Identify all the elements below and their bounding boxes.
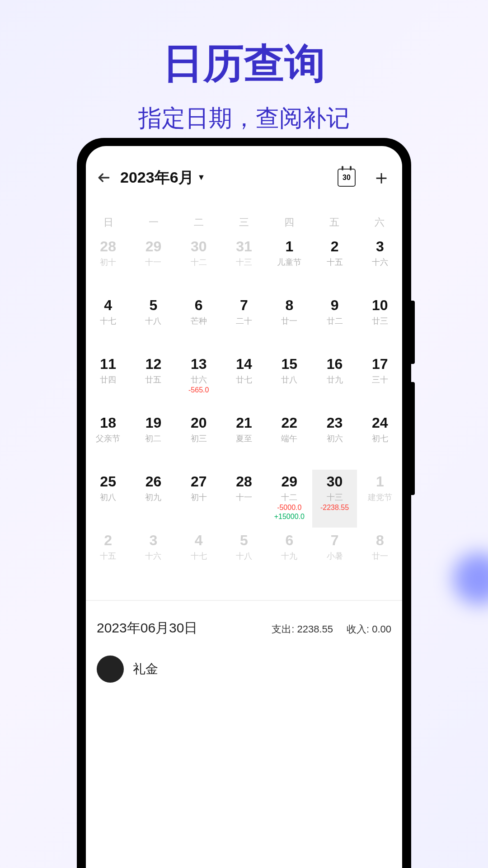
calendar-cell[interactable]: 5十八	[222, 528, 266, 586]
weekday-tue: 二	[176, 216, 221, 229]
chevron-down-icon: ▼	[197, 173, 206, 182]
phone-mockup-frame: 2023年6月 ▼ 30 ＋ 日 一 二 三 四 五 六 28初十29十一30十…	[77, 138, 411, 868]
calendar-cell[interactable]: 17三十	[358, 352, 402, 410]
calendar-cell[interactable]: 19初二	[131, 411, 175, 469]
calendar-cell[interactable]: 28初十	[86, 235, 130, 292]
calendar-lunar-label: 端午	[281, 433, 297, 444]
calendar-cell[interactable]: 13廿六-565.0	[177, 352, 221, 410]
calendar-cell[interactable]: 4十七	[86, 293, 130, 351]
phone-side-button-top	[411, 301, 415, 364]
calendar-day-number: 8	[376, 532, 384, 549]
calendar-cell[interactable]: 9廿二	[312, 293, 357, 351]
calendar-lunar-label: 十九	[281, 551, 297, 561]
calendar-cell[interactable]: 3十六	[131, 528, 175, 586]
calendar-day-number: 14	[236, 356, 252, 373]
calendar-cell[interactable]: 25初八	[86, 470, 130, 528]
calendar-lunar-label: 廿五	[145, 374, 161, 385]
calendar-cell[interactable]: 10廿三	[358, 293, 402, 351]
summary-date: 2023年06月30日	[97, 619, 258, 637]
today-date-badge: 30	[343, 174, 351, 182]
promo-title: 日历查询	[0, 36, 488, 91]
calendar-cell[interactable]: 23初六	[312, 411, 357, 469]
calendar-day-number: 3	[150, 532, 158, 549]
calendar-cell[interactable]: 12廿五	[131, 352, 175, 410]
weekday-header: 日 一 二 三 四 五 六	[86, 200, 402, 235]
calendar-cell[interactable]: 2十五	[86, 528, 130, 586]
calendar-cell[interactable]: 4十七	[177, 528, 221, 586]
calendar-day-number: 13	[191, 356, 207, 373]
phone-side-button-bottom	[411, 382, 415, 495]
calendar-day-number: 5	[240, 532, 248, 549]
calendar-cell[interactable]: 16廿九	[312, 352, 357, 410]
calendar-lunar-label: 初二	[145, 433, 161, 444]
calendar-day-number: 6	[285, 532, 293, 549]
calendar-cell[interactable]: 6十九	[267, 528, 311, 586]
calendar-lunar-label: 二十	[236, 316, 252, 326]
calendar-day-number: 15	[281, 356, 297, 373]
calendar-lunar-label: 父亲节	[96, 433, 120, 444]
calendar-lunar-label: 十二	[191, 257, 207, 268]
calendar-lunar-label: 十五	[327, 257, 343, 268]
calendar-lunar-label: 芒种	[191, 316, 207, 326]
calendar-lunar-label: 十八	[236, 551, 252, 561]
calendar-day-number: 1	[285, 238, 293, 255]
calendar-lunar-label: 十六	[145, 551, 161, 561]
calendar-cell[interactable]: 26初九	[131, 470, 175, 528]
calendar-cell[interactable]: 7小暑	[312, 528, 357, 586]
calendar-cell[interactable]: 21夏至	[222, 411, 266, 469]
calendar-day-number: 25	[100, 473, 116, 490]
calendar-cell[interactable]: 30十二	[177, 235, 221, 292]
calendar-cell[interactable]: 27初十	[177, 470, 221, 528]
calendar-day-number: 23	[327, 415, 343, 431]
today-button[interactable]: 30	[338, 169, 356, 187]
calendar-cell[interactable]: 7二十	[222, 293, 266, 351]
back-button[interactable]	[97, 170, 111, 185]
add-button[interactable]: ＋	[371, 164, 391, 191]
calendar-lunar-label: 廿七	[236, 374, 252, 385]
calendar-cell[interactable]: 5十八	[131, 293, 175, 351]
calendar-cell[interactable]: 8廿一	[358, 528, 402, 586]
decorative-gradient-blob	[452, 552, 488, 606]
calendar-cell[interactable]: 24初七	[358, 411, 402, 469]
transaction-entry[interactable]: 礼金	[86, 646, 402, 692]
calendar-day-number: 3	[376, 238, 384, 255]
calendar-day-number: 7	[240, 297, 248, 314]
calendar-day-number: 24	[372, 415, 388, 431]
calendar-cell[interactable]: 30十三-2238.55	[312, 470, 357, 528]
calendar-cell[interactable]: 11廿四	[86, 352, 130, 410]
calendar-lunar-label: 十二	[281, 492, 297, 503]
calendar-cell[interactable]: 6芒种	[177, 293, 221, 351]
weekday-thu: 四	[267, 216, 312, 229]
summary-expense: 支出: 2238.55	[272, 623, 333, 636]
calendar-cell[interactable]: 15廿八	[267, 352, 311, 410]
calendar-day-number: 21	[236, 415, 252, 431]
month-selector[interactable]: 2023年6月 ▼	[120, 167, 328, 188]
calendar-cell[interactable]: 8廿一	[267, 293, 311, 351]
calendar-day-number: 16	[327, 356, 343, 373]
calendar-lunar-label: 廿六	[191, 374, 207, 385]
calendar-cell[interactable]: 18父亲节	[86, 411, 130, 469]
calendar-cell[interactable]: 14廿七	[222, 352, 266, 410]
calendar-cell[interactable]: 31十三	[222, 235, 266, 292]
calendar-income-amount: +15000.0	[274, 513, 305, 521]
calendar-day-number: 10	[372, 297, 388, 314]
calendar-lunar-label: 建党节	[368, 492, 392, 503]
calendar-cell[interactable]: 20初三	[177, 411, 221, 469]
calendar-cell[interactable]: 29十二-5000.0+15000.0	[267, 470, 311, 528]
calendar-cell[interactable]: 1建党节	[358, 470, 402, 528]
calendar-lunar-label: 廿四	[100, 374, 116, 385]
calendar-lunar-label: 廿一	[281, 316, 297, 326]
calendar-day-number: 2	[331, 238, 339, 255]
summary-income: 收入: 0.00	[347, 623, 391, 636]
calendar-day-number: 28	[100, 238, 116, 255]
calendar-cell[interactable]: 22端午	[267, 411, 311, 469]
calendar-day-number: 4	[195, 532, 203, 549]
calendar-cell[interactable]: 1儿童节	[267, 235, 311, 292]
calendar-cell[interactable]: 3十六	[358, 235, 402, 292]
calendar-cell[interactable]: 28十一	[222, 470, 266, 528]
calendar-cell[interactable]: 2十五	[312, 235, 357, 292]
weekday-mon: 一	[131, 216, 176, 229]
calendar-lunar-label: 初七	[372, 433, 388, 444]
calendar-lunar-label: 初八	[100, 492, 116, 503]
calendar-cell[interactable]: 29十一	[131, 235, 175, 292]
